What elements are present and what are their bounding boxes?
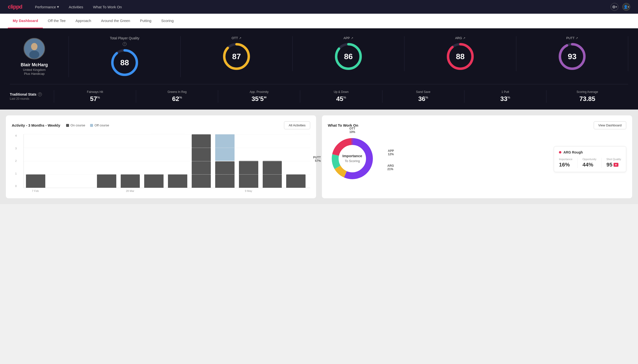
bar-group <box>166 134 189 188</box>
on-course-bar <box>121 174 140 188</box>
stat-1-putt: 1 Putt 33% <box>464 90 546 103</box>
putt-donut-label: PUTT 57% <box>313 156 321 162</box>
bar-group <box>71 134 95 188</box>
tab-around-the-green[interactable]: Around the Green <box>96 14 135 28</box>
x-label: 9 May <box>237 190 261 192</box>
bar-group <box>95 134 118 188</box>
shot-quality-badge: ▼ <box>613 163 619 167</box>
bar-chart <box>24 134 310 188</box>
app-label: APP ↗ <box>343 36 353 40</box>
tab-approach[interactable]: Approach <box>71 14 96 28</box>
info-card-dot <box>559 151 561 154</box>
arrow-up-icon: ↗ <box>351 36 353 40</box>
plus-icon: ⊕ <box>612 4 616 10</box>
avatar <box>24 38 45 60</box>
stat-shot-quality: Shot Quality 95 ▼ <box>606 158 621 168</box>
svg-text:Importance: Importance <box>342 154 362 158</box>
on-course-bar <box>144 174 163 188</box>
tabs-bar: My Dashboard Off the Tee Approach Around… <box>0 14 638 28</box>
x-label <box>95 190 118 192</box>
on-course-bar <box>215 161 235 188</box>
stats-row: Traditional Stats ? Last 20 rounds Fairw… <box>10 84 628 103</box>
tab-off-the-tee[interactable]: Off the Tee <box>43 14 71 28</box>
tpq-info-icon[interactable]: ? <box>123 42 127 46</box>
svg-point-1 <box>31 43 38 50</box>
trad-title: Traditional Stats ? <box>10 92 54 96</box>
ott-section: OTT ↗ 87 <box>181 36 293 71</box>
stat-sand-save: Sand Save 36% <box>382 90 464 103</box>
tab-my-dashboard[interactable]: My Dashboard <box>8 14 43 28</box>
svg-text:To Scoring: To Scoring <box>345 159 360 163</box>
on-course-bar <box>263 161 282 188</box>
bar-group <box>48 134 71 188</box>
user-avatar-button[interactable]: 👤 ▾ <box>622 3 630 11</box>
legend-off-course: Off course <box>90 124 109 127</box>
putt-value: 93 <box>568 52 576 61</box>
bar-group <box>24 134 48 188</box>
on-course-bar <box>239 161 258 188</box>
x-labels: 7 Feb28 Mar9 May <box>24 188 310 192</box>
x-label <box>47 190 71 192</box>
info-card-stats: Importance 16% Opportunity 44% Shot Qual… <box>559 158 621 168</box>
x-label <box>189 190 213 192</box>
ott-label: OTT ↗ <box>232 36 241 40</box>
tab-scoring[interactable]: Scoring <box>156 14 178 28</box>
x-label <box>142 190 166 192</box>
x-label: 28 Mar <box>118 190 142 192</box>
add-button[interactable]: ⊕ ▾ <box>610 3 618 11</box>
wtwo-panel: What To Work On View Dashboard PUTT 57% … <box>322 116 632 198</box>
bar-group <box>213 134 237 188</box>
chevron-down-icon: ▾ <box>616 6 617 8</box>
bar-group <box>261 134 284 188</box>
putt-label: PUTT ↗ <box>566 36 578 40</box>
arg-label: ARG ↗ <box>455 36 465 40</box>
hero-top: Blair McHarg United Kingdom Plus Handica… <box>10 36 628 77</box>
trad-info-icon[interactable]: ? <box>38 92 42 96</box>
tpq-label: Total Player Quality <box>110 36 140 40</box>
player-info: Blair McHarg United Kingdom Plus Handica… <box>10 38 59 76</box>
trad-subtitle: Last 20 rounds <box>10 97 54 100</box>
arrow-up-icon: ↗ <box>463 36 465 40</box>
info-card-title: ARG Rough <box>559 150 621 154</box>
view-dashboard-button[interactable]: View Dashboard <box>594 121 626 129</box>
stat-up-down: Up & Down 45% <box>300 90 382 103</box>
donut-area: PUTT 57% OTT 10% APP 12% ARG 21% <box>328 134 626 184</box>
tpq-value: 88 <box>120 58 129 67</box>
tpq-section: Total Player Quality ? 88 <box>69 36 181 77</box>
nav-what-to-work-on[interactable]: What To Work On <box>92 0 123 14</box>
stat-opportunity: Opportunity 44% <box>582 158 596 168</box>
nav-activities[interactable]: Activities <box>68 0 84 14</box>
arrow-up-icon: ↗ <box>239 36 241 40</box>
x-label: 7 Feb <box>24 190 47 192</box>
arg-section: ARG ↗ 88 <box>404 36 516 71</box>
app-donut-label: APP 12% <box>388 149 394 156</box>
tab-putting[interactable]: Putting <box>135 14 156 28</box>
app-section: APP ↗ 86 <box>293 36 404 71</box>
x-label <box>71 190 95 192</box>
all-activities-button[interactable]: All Activities <box>284 121 310 129</box>
bar-group <box>118 134 142 188</box>
putt-section: PUTT ↗ 93 <box>516 36 628 71</box>
arrow-up-icon: ↗ <box>576 36 578 40</box>
on-course-dot <box>66 124 69 127</box>
donut-chart-wrapper: PUTT 57% OTT 10% APP 12% ARG 21% <box>328 134 377 184</box>
putt-circle: 93 <box>557 42 587 71</box>
bar-group <box>142 134 166 188</box>
top-nav: clippd Performance ▾ Activities What To … <box>0 0 638 14</box>
avatar-image <box>24 38 44 60</box>
on-course-bar <box>168 174 187 188</box>
bar-group <box>237 134 261 188</box>
stat-fairways-hit: Fairways Hit 57% <box>54 90 136 103</box>
on-course-bar <box>26 174 45 188</box>
logo[interactable]: clippd <box>8 4 22 10</box>
user-icon: 👤 <box>623 5 628 9</box>
player-name: Blair McHarg <box>21 62 48 68</box>
player-country: United Kingdom <box>23 68 46 72</box>
activity-title: Activity - 3 Months - Weekly <box>12 123 60 127</box>
nav-performance[interactable]: Performance ▾ <box>34 0 60 14</box>
ott-value: 87 <box>232 52 241 61</box>
bottom-row: Activity - 3 Months - Weekly On course O… <box>0 110 638 204</box>
stat-divider-1 <box>577 158 577 168</box>
y-axis: 4 3 2 1 0 <box>12 134 17 188</box>
x-label <box>284 190 308 192</box>
